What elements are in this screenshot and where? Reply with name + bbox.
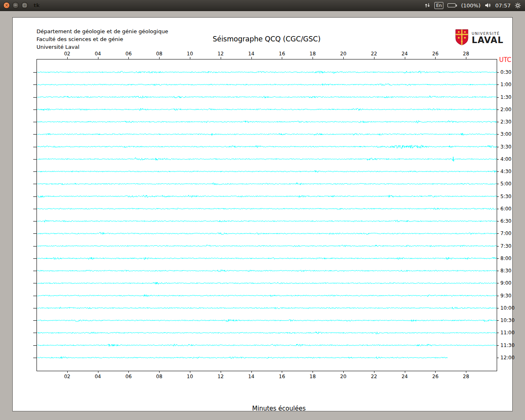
x-tick-label-bottom: 28 [459, 374, 473, 379]
x-tick-label-bottom: 26 [428, 374, 442, 379]
x-tick-label-top: 16 [275, 51, 289, 57]
x-tick-label-top: 24 [398, 51, 412, 57]
utc-row-label: 10:00 [500, 305, 515, 311]
minimize-button[interactable]: − [12, 2, 19, 9]
seismograph-window: Département de géologie et de génie géol… [12, 17, 513, 411]
battery-icon[interactable] [447, 3, 457, 7]
x-tick-label-bottom: 24 [398, 374, 412, 379]
utc-row-label: 4:30 [500, 169, 511, 174]
window-controls: × − □ [0, 2, 28, 9]
x-tick-label-top: 02 [60, 51, 74, 57]
utc-axis-header: UTC [499, 56, 511, 64]
laval-logo: UNIVERSITÉ LAVAL [455, 29, 504, 47]
x-tick-label-bottom: 20 [336, 374, 350, 379]
x-tick-label-bottom: 12 [214, 374, 228, 379]
x-tick-label-bottom: 08 [152, 374, 166, 379]
seismogram-canvas [13, 18, 513, 412]
x-tick-label-bottom: 02 [60, 374, 74, 379]
x-tick-label-bottom: 06 [121, 374, 135, 379]
utc-row-label: 9:00 [500, 280, 511, 286]
utc-row-label: 7:30 [500, 243, 511, 249]
utc-row-label: 6:00 [500, 206, 511, 212]
utc-row-label: 10:30 [500, 317, 515, 323]
utc-row-label: 11:30 [500, 342, 515, 348]
system-tray: En (100%) 07:57 [425, 2, 525, 9]
x-tick-label-top: 10 [183, 51, 197, 57]
x-tick-label-top: 20 [336, 51, 350, 57]
plot-title: Séismographe QCQ (CGC/GSC) [37, 35, 497, 43]
laval-logo-text: UNIVERSITÉ LAVAL [472, 32, 504, 45]
os-top-panel: × − □ tk En (100%) 07:57 [0, 0, 525, 11]
desktop: × − □ tk En (100%) 07:57 [0, 0, 525, 420]
maximize-button[interactable]: □ [21, 2, 28, 9]
laval-shield-icon [455, 29, 469, 47]
x-tick-label-top: 18 [306, 51, 320, 57]
session-gear-icon[interactable] [515, 2, 521, 9]
utc-row-label: 11:00 [500, 330, 515, 336]
clock[interactable]: 07:57 [495, 2, 511, 9]
window-title: tk [34, 2, 40, 9]
x-axis-title: Minutes écoulées [49, 405, 509, 412]
utc-row-label: 1:30 [500, 94, 511, 100]
utc-row-label: 5:30 [500, 194, 511, 199]
utc-row-label: 8:30 [500, 268, 511, 274]
x-tick-label-top: 22 [367, 51, 381, 57]
x-tick-label-top: 08 [152, 51, 166, 57]
x-tick-label-bottom: 04 [91, 374, 105, 379]
utc-row-label: 3:30 [500, 144, 511, 150]
utc-row-label: 0:30 [500, 69, 511, 75]
battery-percent: (100%) [461, 2, 480, 9]
laval-logo-bottom-text: LAVAL [472, 35, 504, 45]
x-tick-label-bottom: 18 [306, 374, 320, 379]
utc-row-label: 7:00 [500, 231, 511, 236]
x-tick-label-bottom: 10 [183, 374, 197, 379]
x-tick-label-top: 04 [91, 51, 105, 57]
utc-row-label: 2:30 [500, 119, 511, 125]
close-button[interactable]: × [3, 2, 10, 9]
x-tick-label-bottom: 14 [244, 374, 258, 379]
keyboard-layout-indicator[interactable]: En [434, 2, 443, 9]
utc-row-label: 6:30 [500, 218, 511, 224]
institution-line-3: Université Laval [37, 43, 168, 51]
utc-row-label: 3:00 [500, 131, 511, 137]
x-tick-label-top: 06 [121, 51, 135, 57]
utc-row-label: 4:00 [500, 156, 511, 162]
utc-row-label: 5:00 [500, 181, 511, 187]
utc-row-label: 9:30 [500, 293, 511, 299]
institution-line-1: Département de géologie et de génie géol… [37, 27, 168, 35]
utc-row-label: 1:00 [500, 82, 511, 87]
x-tick-label-top: 26 [428, 51, 442, 57]
utc-row-label: 8:00 [500, 256, 511, 261]
x-tick-label-top: 28 [459, 51, 473, 57]
x-tick-label-bottom: 16 [275, 374, 289, 379]
utc-row-label: 2:00 [500, 107, 511, 112]
x-tick-label-top: 14 [244, 51, 258, 57]
x-tick-label-bottom: 22 [367, 374, 381, 379]
updown-arrows-icon[interactable] [425, 2, 430, 8]
utc-row-label: 12:00 [500, 355, 515, 361]
x-tick-label-top: 12 [214, 51, 228, 57]
volume-icon[interactable] [485, 2, 491, 8]
